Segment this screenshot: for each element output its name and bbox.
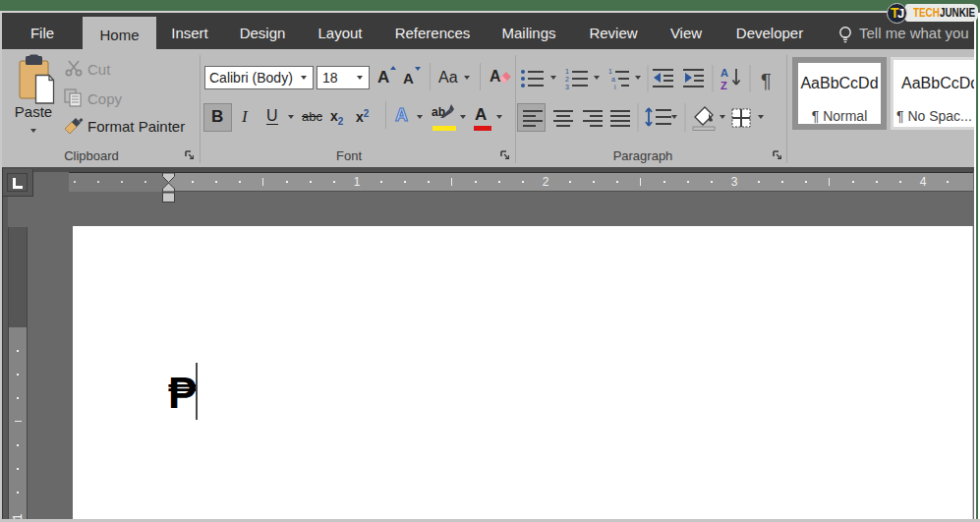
svg-text:Z: Z [721, 80, 727, 91]
svg-text:¶: ¶ [761, 70, 772, 91]
svg-text:A: A [721, 67, 728, 79]
svg-text:1: 1 [608, 68, 612, 75]
svg-text:2: 2 [565, 76, 569, 83]
svg-text:3: 3 [565, 84, 569, 90]
svg-text:1: 1 [565, 68, 569, 75]
svg-text:i: i [614, 84, 616, 90]
svg-text:a: a [611, 76, 615, 83]
